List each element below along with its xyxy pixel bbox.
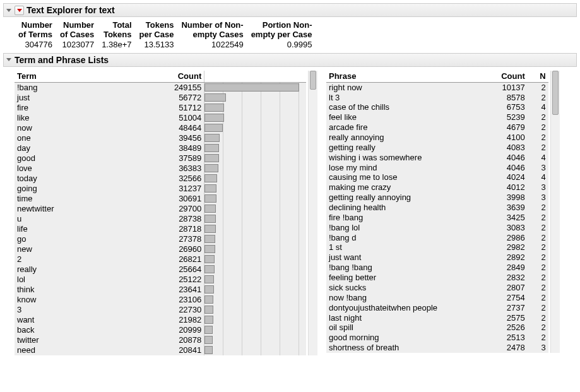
table-row[interactable]: just56772 (15, 93, 306, 103)
table-row[interactable]: good37589 (15, 153, 306, 163)
table-row[interactable]: lose my mind40463 (326, 163, 548, 173)
pcount-cell: 4100 (486, 133, 528, 143)
pcount-cell: 2737 (486, 303, 528, 313)
phrase-table: Phrase Count N right now101372lt 385782c… (326, 71, 548, 353)
term-cell: !bang (15, 82, 158, 92)
n-cell: 2 (528, 273, 548, 283)
table-row[interactable]: good morning25132 (326, 333, 548, 343)
table-row[interactable]: dontyoujusthateitwhen people27372 (326, 303, 548, 313)
table-row[interactable]: case of the chills67534 (326, 102, 548, 112)
col-header-n[interactable]: N (528, 71, 548, 82)
table-row[interactable]: last night25752 (326, 313, 548, 323)
bar-cell (204, 275, 306, 285)
table-row[interactable]: really25664 (15, 264, 306, 275)
table-row[interactable]: just want28922 (326, 252, 548, 263)
stat-value: 0.9995 (247, 40, 316, 49)
phrase-cell: lt 3 (326, 93, 486, 103)
table-row[interactable]: going31237 (15, 184, 306, 194)
bar-cell (204, 285, 306, 295)
hotspot-icon[interactable] (15, 6, 24, 15)
col-header-phrase[interactable]: Phrase (326, 71, 486, 82)
table-row[interactable]: 322730 (15, 305, 306, 315)
term-cell: lol (15, 275, 158, 285)
table-row[interactable]: love36383 (15, 163, 306, 174)
phrase-cell: !bang d (326, 233, 486, 243)
disclosure-icon[interactable] (6, 9, 11, 12)
table-row[interactable]: !bang !bang28492 (326, 263, 548, 273)
section-header-text-explorer: Text Explorer for text (3, 3, 577, 17)
col-header-term[interactable]: Term (15, 71, 158, 82)
table-row[interactable]: new26960 (15, 244, 306, 254)
count-cell: 21982 (158, 315, 204, 325)
table-row[interactable]: 226821 (15, 254, 306, 264)
count-cell: 22730 (158, 305, 204, 315)
col-header: Tokensper Case (136, 21, 178, 40)
term-cell: want (15, 315, 158, 325)
table-row[interactable]: fire !bang34252 (326, 213, 548, 223)
n-cell: 2 (528, 213, 548, 223)
phrase-cell: arcade fire (326, 122, 486, 133)
table-row[interactable]: feeling better28322 (326, 273, 548, 283)
bar-cell (204, 224, 306, 234)
term-cell: 2 (15, 254, 158, 264)
table-row[interactable]: now48464 (15, 123, 306, 133)
table-row[interactable]: causing me to lose40244 (326, 172, 548, 182)
table-row[interactable]: !bang lol30832 (326, 223, 548, 233)
term-cell: back (15, 325, 158, 335)
term-scrollbar[interactable] (308, 71, 317, 355)
table-row[interactable]: need20841 (15, 345, 306, 355)
table-row[interactable]: getting really40832 (326, 143, 548, 153)
count-cell: 28718 (158, 224, 204, 234)
bar-cell (204, 93, 306, 103)
table-row[interactable]: time30691 (15, 194, 306, 204)
disclosure-icon[interactable] (6, 58, 11, 61)
phrase-scrollbar[interactable] (550, 71, 560, 353)
table-row[interactable]: fire51712 (15, 103, 306, 113)
table-row[interactable]: think23641 (15, 285, 306, 295)
col-header-count[interactable]: Count (158, 71, 204, 82)
table-row[interactable]: know23106 (15, 295, 306, 305)
table-row[interactable]: lt 385782 (326, 93, 548, 103)
table-row[interactable]: right now101372 (326, 82, 548, 92)
table-row[interactable]: sick sucks28072 (326, 283, 548, 293)
table-row[interactable]: shortness of breath24783 (326, 343, 548, 353)
table-row[interactable]: 1 st29822 (326, 242, 548, 252)
table-row[interactable]: like51004 (15, 113, 306, 123)
table-row[interactable]: getting really annoying39983 (326, 193, 548, 203)
table-row[interactable]: go27378 (15, 234, 306, 244)
table-row[interactable]: oil spill25262 (326, 323, 548, 333)
scroll-thumb[interactable] (310, 71, 316, 90)
table-row[interactable]: making me crazy40123 (326, 182, 548, 193)
table-row[interactable]: want21982 (15, 315, 306, 325)
table-row[interactable]: back20999 (15, 325, 306, 335)
n-cell: 3 (528, 163, 548, 173)
table-row[interactable]: one39456 (15, 133, 306, 143)
col-header: Number of Non-empty Cases (177, 21, 247, 40)
table-row[interactable]: newtwitter29700 (15, 204, 306, 214)
table-row[interactable]: lol25122 (15, 275, 306, 285)
table-row[interactable]: wishing i was somewhere40464 (326, 153, 548, 163)
pcount-cell: 10137 (486, 82, 528, 92)
count-cell: 28738 (158, 214, 204, 224)
table-row[interactable]: life28718 (15, 224, 306, 234)
col-header-pcount[interactable]: Count (486, 71, 528, 82)
table-row[interactable]: !bang249155 (15, 82, 306, 92)
table-row[interactable]: declining health36392 (326, 203, 548, 213)
count-cell: 38489 (158, 143, 204, 153)
term-cell: newtwitter (15, 204, 158, 214)
table-row[interactable]: !bang d29862 (326, 233, 548, 243)
bar-cell (204, 345, 306, 355)
table-row[interactable]: really annoying41002 (326, 133, 548, 143)
n-cell: 3 (528, 182, 548, 193)
table-row[interactable]: now !bang27542 (326, 293, 548, 303)
table-row[interactable]: u28738 (15, 214, 306, 224)
table-row[interactable]: arcade fire46792 (326, 122, 548, 133)
table-row[interactable]: day38489 (15, 143, 306, 153)
bar-cell (204, 82, 306, 92)
table-row[interactable]: today32566 (15, 174, 306, 184)
n-cell: 2 (528, 333, 548, 343)
scroll-thumb[interactable] (552, 71, 559, 115)
table-row[interactable]: feel like52392 (326, 112, 548, 122)
table-row[interactable]: twitter20878 (15, 335, 306, 345)
pcount-cell: 3425 (486, 213, 528, 223)
